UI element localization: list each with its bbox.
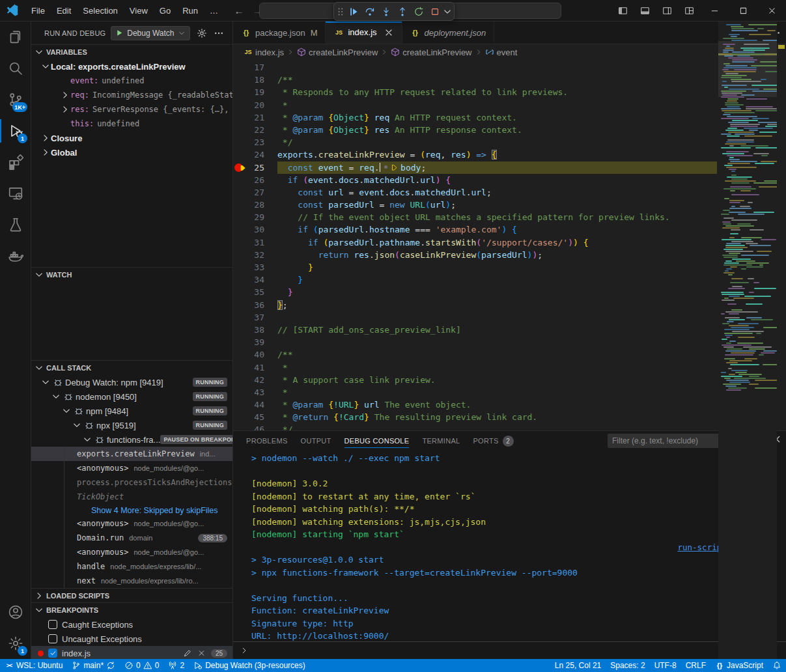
status-debug-session[interactable]: Debug Watch (3p-resources) <box>189 659 310 672</box>
menu-item-run[interactable]: Run <box>176 0 204 21</box>
console-filter-input[interactable]: Filter (e.g. text, !exclude) <box>608 434 726 448</box>
code-line[interactable]: 43 * <box>233 386 786 399</box>
stack-frame-row[interactable]: <anonymous>node_modules/@go... <box>31 516 232 531</box>
go-back-icon[interactable]: ← <box>233 5 245 16</box>
code-line[interactable]: 35 } <box>233 286 786 298</box>
variable-row[interactable]: event:undefined <box>31 74 232 88</box>
code-line[interactable]: 44 * @param {!URL} url The event object. <box>233 399 786 411</box>
status-cursor-position[interactable]: Ln 25, Col 21 <box>550 659 606 672</box>
breadcrumb-item[interactable]: index.js <box>255 48 284 57</box>
gutter[interactable]: 42 <box>233 374 277 386</box>
checkbox-unchecked[interactable] <box>48 634 57 643</box>
scope-row[interactable]: Local: exports.createLinkPreview <box>31 59 232 74</box>
minimap[interactable] <box>718 21 777 659</box>
minimize-button[interactable] <box>700 0 729 21</box>
activity-bar-item-run-and-debug[interactable]: 1 <box>0 115 31 147</box>
breakpoint-row[interactable]: index.js25 <box>31 646 232 659</box>
code-line[interactable]: 21 * @param {Object} req An HTTP request… <box>233 111 786 124</box>
variable-row[interactable]: req:IncomingMessage {_readableState:… <box>31 88 232 102</box>
code-line[interactable]: 37 <box>233 311 786 324</box>
gutter[interactable]: 34 <box>233 273 277 286</box>
code-line[interactable]: 23 */ <box>233 136 786 148</box>
customize-layout-button[interactable] <box>678 0 700 21</box>
step-out-button[interactable] <box>394 3 410 20</box>
code-line[interactable]: 32 return res.json(caseLinkPreview(parse… <box>233 249 786 261</box>
gutter[interactable]: 46 <box>233 423 277 430</box>
stack-frame-row[interactable]: TickObject <box>31 490 232 504</box>
gutter[interactable]: 21 <box>233 111 277 124</box>
code-line[interactable]: 39 <box>233 336 786 348</box>
launch-config-dropdown[interactable]: Debug Watch <box>111 26 189 40</box>
gutter[interactable]: 36 <box>233 299 277 311</box>
start-debug-icon[interactable] <box>115 29 124 37</box>
step-over-button[interactable] <box>361 3 378 20</box>
checkbox-unchecked[interactable] <box>48 620 57 629</box>
tab-package.json[interactable]: {}package.jsonM <box>233 21 326 44</box>
gutter[interactable]: 35 <box>233 286 277 298</box>
stop-button[interactable] <box>427 3 443 20</box>
breakpoints-header[interactable]: BREAKPOINTS <box>31 603 232 617</box>
panel-tab-problems[interactable]: PROBLEMS <box>240 431 294 451</box>
code-line[interactable]: 40/** <box>233 348 786 361</box>
stack-frame-row[interactable]: <anonymous>node_modules/@go... <box>31 461 232 475</box>
activity-bar-item-search[interactable] <box>0 53 31 84</box>
activity-bar-item-extensions[interactable] <box>0 147 31 178</box>
gutter[interactable]: 22 <box>233 124 277 136</box>
maximize-button[interactable] <box>729 0 757 21</box>
gutter[interactable]: 40 <box>233 348 277 361</box>
gutter[interactable]: 39 <box>233 336 277 348</box>
overview-ruler[interactable] <box>777 21 786 659</box>
activity-bar-item-settings[interactable]: 1 <box>0 628 31 659</box>
status-eol[interactable]: CRLF <box>681 659 710 672</box>
code-line[interactable]: 34 } <box>233 273 786 286</box>
gutter[interactable]: 33 <box>233 261 277 273</box>
status-language-mode[interactable]: {}JavaScript <box>710 659 768 672</box>
status-remote-indicator[interactable]: ><WSL: Ubuntu <box>0 659 67 672</box>
restart-button[interactable] <box>410 3 427 20</box>
tab-index.js[interactable]: JSindex.js <box>326 21 402 44</box>
stack-frame-row[interactable]: Domain.rundomain388:15 <box>31 531 232 545</box>
activity-bar-item-explorer[interactable] <box>0 21 31 53</box>
gutter[interactable]: 32 <box>233 249 277 261</box>
breadcrumb-item[interactable]: createLinkPreview <box>309 48 378 57</box>
code-line[interactable]: 20 * <box>233 99 786 111</box>
menu-item-selection[interactable]: Selection <box>77 0 123 21</box>
variable-row[interactable]: this:undefined <box>31 117 232 131</box>
watch-header[interactable]: WATCH <box>31 268 232 282</box>
debug-console-output[interactable]: > nodemon --watch ./ --exec npm start[no… <box>233 451 786 641</box>
stack-frame-row[interactable]: handlenode_modules/express/lib/... <box>31 559 232 574</box>
gutter[interactable]: 25 <box>233 161 277 174</box>
toggle-sidebar-button[interactable] <box>611 0 634 21</box>
activity-bar-item-remote-explorer[interactable] <box>0 178 31 209</box>
code-line[interactable]: 30 if (parsedUrl.hostname === 'example.c… <box>233 223 786 236</box>
debug-session-row[interactable]: functions-fra...PAUSED ON BREAKPOINT <box>31 432 232 447</box>
gutter[interactable]: 23 <box>233 136 277 148</box>
remove-breakpoint-icon[interactable] <box>197 649 206 658</box>
menu-item-view[interactable]: View <box>124 0 154 21</box>
gutter[interactable]: 24 <box>233 148 277 161</box>
gutter[interactable]: 30 <box>233 223 277 236</box>
drag-handle[interactable] <box>336 3 345 20</box>
activity-bar-item-testing[interactable] <box>0 209 31 240</box>
breakpoint-row[interactable]: Caught Exceptions <box>31 617 232 632</box>
close-tab-icon[interactable] <box>384 27 394 38</box>
variables-header[interactable]: VARIABLES <box>31 45 232 59</box>
gutter[interactable]: 41 <box>233 361 277 374</box>
code-line[interactable]: 28 const parsedUrl = new URL(url); <box>233 199 786 211</box>
code-line[interactable]: 19 * Responds to any HTTP request relate… <box>233 86 786 98</box>
panel-tab-output[interactable]: OUTPUT <box>294 431 338 451</box>
code-line[interactable]: 27 const url = event.docs.matchedUrl.url… <box>233 186 786 199</box>
loaded-scripts-header[interactable]: LOADED SCRIPTS <box>31 589 232 602</box>
activity-bar-item-source-control[interactable]: 1K+ <box>0 84 31 115</box>
checkbox-checked[interactable] <box>48 649 57 658</box>
code-line[interactable]: 26 if (event.docs.matchedUrl.url) { <box>233 174 786 186</box>
debug-console-input[interactable] <box>233 641 786 659</box>
code-line[interactable]: 22 * @param {Object} res An HTTP respons… <box>233 124 786 136</box>
menu-item-file[interactable]: File <box>25 0 51 21</box>
debug-session-picker[interactable] <box>443 3 452 20</box>
debug-session-row[interactable]: nodemon [9450]RUNNING <box>31 389 232 404</box>
code-line[interactable]: 36}; <box>233 299 786 311</box>
debug-session-row[interactable]: npm [9484]RUNNING <box>31 404 232 418</box>
panel-tab-ports[interactable]: PORTS2 <box>466 431 520 451</box>
status-notifications[interactable] <box>768 659 786 672</box>
